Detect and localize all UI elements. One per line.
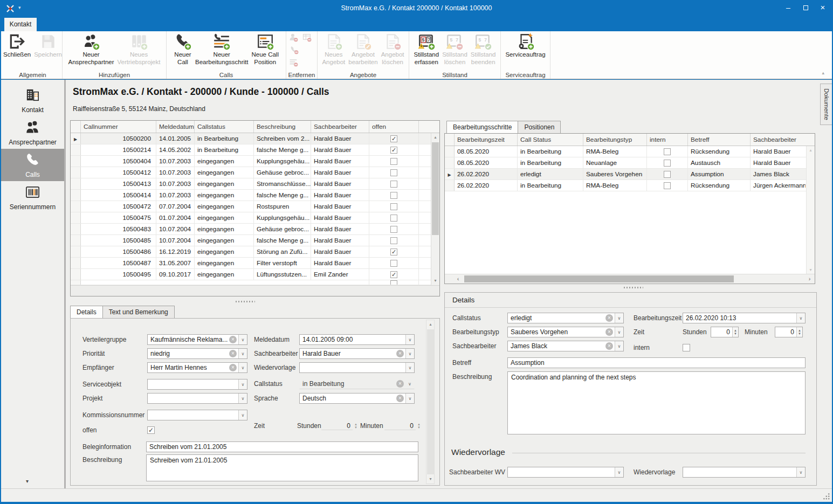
intern-checkbox[interactable] bbox=[664, 160, 671, 167]
stillstand-erfassen-button[interactable]: 57 Stillstand erfassen bbox=[412, 32, 440, 66]
clear-icon[interactable]: × bbox=[229, 350, 237, 357]
intern-checkbox[interactable] bbox=[664, 171, 671, 178]
table-row[interactable]: ▶ 10500414 10.07.2003 eingegangen falsch… bbox=[71, 190, 439, 201]
tab-positionen[interactable]: Positionen bbox=[518, 121, 561, 134]
tab-dokumente[interactable]: Dokumente bbox=[820, 84, 832, 125]
clear-icon[interactable]: × bbox=[396, 380, 404, 388]
ribbon-collapse-icon[interactable]: ▴ bbox=[822, 70, 824, 75]
angebot-bearbeiten-button[interactable]: Angebot bearbeiten bbox=[347, 32, 379, 66]
table-row[interactable]: ▶ 10500486 16.12.2019 eingegangen Störun… bbox=[71, 246, 439, 258]
table-row[interactable]: ▶ 26.02.2020 erledigt Sauberes Vorgehen … bbox=[445, 169, 815, 180]
step-callstatus-combobox[interactable]: erledigt×∨ bbox=[507, 313, 624, 323]
empfaenger-combobox[interactable]: Herr Martin Hennes×∨ bbox=[147, 362, 247, 373]
column-header[interactable]: Bearbeitungszeit▼ bbox=[455, 134, 518, 146]
clear-icon[interactable]: × bbox=[605, 328, 613, 336]
chevron-down-icon[interactable]: ∨ bbox=[405, 349, 414, 358]
chevron-down-icon[interactable]: ∨ bbox=[796, 313, 805, 323]
chevron-down-icon[interactable]: ∨ bbox=[238, 349, 247, 358]
chevron-down-icon[interactable]: ∨ bbox=[238, 393, 247, 403]
prioritaet-combobox[interactable]: niedrig×∨ bbox=[147, 348, 247, 359]
sidebar-overflow-icon[interactable]: ▾ bbox=[26, 478, 29, 484]
bearbeitungstyp-combobox[interactable]: Sauberes Vorgehen×∨ bbox=[507, 327, 624, 337]
column-header[interactable]: Beschreibung bbox=[254, 121, 311, 133]
sidebar-item-kontakt[interactable]: Kontakt bbox=[1, 84, 64, 116]
table-row[interactable]: ▶ 10500475 01.07.2004 eingegangen Kupplu… bbox=[71, 212, 439, 224]
neue-call-position-button[interactable]: Neue Call Position bbox=[250, 32, 280, 66]
serviceobjekt-combobox[interactable]: ∨ bbox=[147, 379, 247, 390]
table-row[interactable]: ▶ 10500200 14.01.2005 in Bearbeitung Sch… bbox=[71, 133, 439, 144]
offen-checkbox[interactable] bbox=[390, 260, 397, 267]
offen-checkbox[interactable] bbox=[390, 226, 397, 233]
verteilergruppe-combobox[interactable]: Kaufmännische Reklama...×∨ bbox=[147, 334, 247, 345]
table-row[interactable]: ▶ 10500485 10.07.2004 eingegangen falsch… bbox=[71, 235, 439, 246]
wiedervorlage-wv-combobox[interactable]: ∨ bbox=[683, 467, 806, 478]
wiedervorlage-combobox[interactable]: ∨ bbox=[299, 362, 415, 373]
neuer-bearbeitungsschritt-button[interactable]: Neuer Bearbeitungsschritt bbox=[194, 32, 250, 66]
column-header[interactable]: Bearbeitungstyp bbox=[583, 134, 647, 146]
clear-icon[interactable]: × bbox=[605, 342, 613, 350]
resize-grip-icon[interactable] bbox=[823, 493, 830, 500]
step-beschreibung-textarea[interactable]: Coordination and planning of the next st… bbox=[507, 371, 806, 434]
step-intern-checkbox[interactable] bbox=[683, 344, 690, 351]
chevron-down-icon[interactable]: ∨ bbox=[796, 467, 805, 477]
clear-icon[interactable]: × bbox=[229, 364, 237, 371]
minuten-stepper[interactable]: 0▲▼ bbox=[384, 420, 421, 431]
chevron-down-icon[interactable]: ∨ bbox=[615, 341, 623, 351]
remove-table-button[interactable] bbox=[302, 33, 312, 44]
column-header[interactable]: Call Status bbox=[518, 134, 583, 146]
projekt-combobox[interactable]: ∨ bbox=[147, 393, 247, 404]
table-row[interactable]: ▶ 10500214 14.05.2002 in Bearbeitung fal… bbox=[71, 144, 439, 156]
kommissionsnummer-combobox[interactable]: ∨ bbox=[147, 410, 247, 420]
table-row[interactable]: ▶ 08.05.2020 in Bearbeitung Neuanlage Au… bbox=[445, 157, 815, 169]
remove-call-button[interactable] bbox=[290, 45, 299, 57]
calls-grid-vscrollbar[interactable]: ▴ ▾ bbox=[431, 133, 439, 285]
offen-checkbox[interactable] bbox=[147, 426, 155, 434]
angebot-loeschen-button[interactable]: Angebot löschen bbox=[380, 32, 406, 66]
column-header[interactable]: Callnummer bbox=[81, 121, 156, 133]
splitter-grip[interactable] bbox=[236, 301, 255, 302]
beschreibung-textarea[interactable]: Schreiben vom 21.01.2005 bbox=[146, 454, 418, 481]
maximize-button[interactable] bbox=[797, 0, 814, 15]
steps-grid-vscrollbar[interactable]: ▴ ▾ bbox=[806, 146, 815, 274]
offen-checkbox[interactable] bbox=[390, 158, 397, 165]
step-stunden-stepper[interactable]: 0▲▼ bbox=[711, 327, 739, 337]
sidebar-item-calls[interactable]: Calls bbox=[1, 149, 64, 181]
speichern-button[interactable]: Speichern bbox=[32, 32, 64, 59]
step-sachbearbeiter-combobox[interactable]: James Black×∨ bbox=[507, 341, 624, 351]
chevron-down-icon[interactable]: ∨ bbox=[238, 410, 247, 420]
offen-checkbox[interactable] bbox=[390, 169, 397, 176]
chevron-down-icon[interactable]: ∨ bbox=[405, 335, 414, 344]
minimize-button[interactable]: – bbox=[780, 0, 796, 15]
column-header[interactable]: Betreff bbox=[688, 134, 751, 146]
step-minuten-stepper[interactable]: 0▲▼ bbox=[775, 327, 803, 337]
table-row[interactable]: ▶ 10500412 10.07.2003 eingegangen Gehäus… bbox=[71, 167, 439, 178]
column-header[interactable]: offen bbox=[369, 121, 419, 133]
splitter-grip[interactable] bbox=[624, 287, 643, 288]
chevron-down-icon[interactable]: ∨ bbox=[405, 363, 414, 372]
callstatus-combobox[interactable]: in Bearbeitung×∨ bbox=[299, 378, 415, 389]
table-row[interactable]: ▶ 10500487 31.05.2007 eingegangen Filter… bbox=[71, 258, 439, 269]
table-row[interactable]: ▶ 10500413 10.07.2003 eingegangen Stroma… bbox=[71, 178, 439, 190]
meldedatum-combobox[interactable]: 14.01.2005 09:00∨ bbox=[299, 334, 415, 345]
clear-icon[interactable]: × bbox=[396, 350, 404, 357]
chevron-down-icon[interactable]: ∨ bbox=[615, 327, 623, 337]
remove-contact-button[interactable] bbox=[289, 33, 298, 44]
tab-text-und-bemerkung[interactable]: Text und Bemerkung bbox=[103, 306, 175, 319]
column-header[interactable]: Sachbearbeiter bbox=[311, 121, 369, 133]
stillstand-loeschen-button[interactable]: 57 Stillstand löschen bbox=[440, 32, 469, 66]
chevron-down-icon[interactable]: ∨ bbox=[238, 363, 247, 372]
stunden-stepper[interactable]: 0▲▼ bbox=[321, 420, 357, 431]
tab-bearbeitungsschritte[interactable]: Bearbeitungsschritte bbox=[446, 121, 518, 134]
intern-checkbox[interactable] bbox=[664, 182, 671, 189]
neues-vertriebsprojekt-button[interactable]: Neues Vertriebsprojekt bbox=[116, 32, 162, 66]
beleginformation-input[interactable] bbox=[146, 441, 418, 452]
tab-details[interactable]: Details bbox=[70, 306, 103, 319]
clear-icon[interactable]: × bbox=[229, 336, 237, 343]
chevron-down-icon[interactable]: ∨ bbox=[615, 467, 623, 477]
neues-angebot-button[interactable]: Neues Angebot bbox=[320, 32, 347, 66]
offen-checkbox[interactable] bbox=[390, 248, 397, 256]
neuer-ansprechpartner-button[interactable]: Neuer Ansprechpartner bbox=[67, 32, 116, 66]
table-row[interactable]: ▶ 26.02.2020 in Bearbeitung RMA-Beleg Rü… bbox=[445, 180, 815, 191]
table-row[interactable]: ▶ 10500472 07.07.2004 eingegangen Rostsp… bbox=[71, 201, 439, 212]
bearbeitungszeit-combobox[interactable]: 26.02.2020 10:13∨ bbox=[683, 313, 806, 323]
